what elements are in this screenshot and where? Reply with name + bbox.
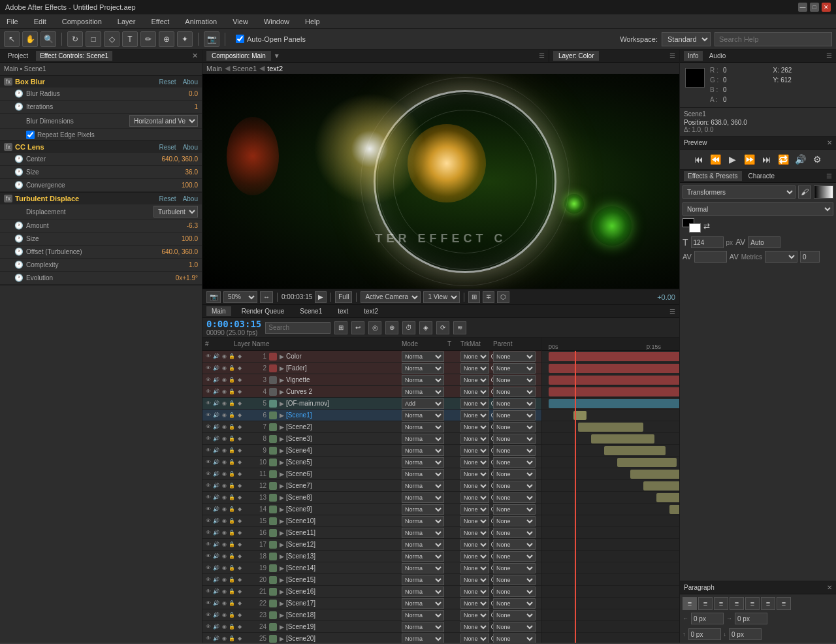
size-2-value[interactable]: 100.0: [182, 235, 198, 242]
layer-trk-select[interactable]: None: [460, 434, 489, 444]
layer-mode-select[interactable]: NormaAdd: [402, 481, 444, 491]
visibility-icon[interactable]: 👁: [205, 412, 212, 419]
timeline-search[interactable]: [265, 322, 330, 334]
layer-trk-select[interactable]: None: [460, 504, 489, 515]
lock-icon[interactable]: 🔒: [229, 400, 235, 407]
viewport[interactable]: TER EFFECT C: [202, 74, 679, 289]
layer-expand[interactable]: ▶: [280, 389, 286, 395]
font-size-input[interactable]: [691, 236, 724, 248]
solo-icon[interactable]: ◉: [221, 471, 227, 477]
tl-btn-5[interactable]: ⏱: [402, 321, 415, 334]
tab-character[interactable]: Characte: [745, 171, 779, 181]
layer-mode-select[interactable]: NormaAdd: [402, 363, 444, 374]
layer-expand[interactable]: ▶: [280, 353, 286, 360]
layer-row[interactable]: 👁 🔊 ◉ 🔒 ◆ 11 ▶ [Scene6] NormaAdd None ⊙ …: [202, 468, 541, 480]
lock-icon[interactable]: 🔒: [229, 377, 235, 383]
solo-icon[interactable]: ◉: [221, 553, 227, 560]
layer-row[interactable]: 👁 🔊 ◉ 🔒 ◆ 6 ▶ [Scene1] NormaAdd None ⊙ N…: [202, 410, 541, 421]
layer-trk-select[interactable]: None: [460, 563, 489, 573]
kerning-input[interactable]: [748, 236, 780, 248]
layer-mode-select[interactable]: NormaAdd: [402, 622, 444, 632]
preview-close[interactable]: ✕: [827, 139, 832, 146]
vt-grid[interactable]: ⊞: [468, 291, 480, 303]
layer-expand[interactable]: ▶: [280, 459, 286, 466]
swap-colors-button[interactable]: ⇄: [703, 221, 710, 231]
tool-text[interactable]: T: [122, 31, 138, 47]
box-blur-about[interactable]: Abou: [183, 78, 198, 86]
tl-tab-main[interactable]: Main: [206, 306, 231, 316]
tool-puppet[interactable]: ✦: [177, 31, 193, 47]
blur-dimensions-select[interactable]: Horizontal and Ve: [129, 115, 198, 127]
lock-icon[interactable]: 🔒: [229, 494, 235, 501]
lock-icon[interactable]: 🔒: [229, 412, 235, 419]
turbulent-about[interactable]: Abou: [183, 195, 198, 202]
audio-icon[interactable]: 🔊: [213, 400, 219, 407]
close-button[interactable]: ✕: [822, 3, 831, 12]
effect-box-blur-title[interactable]: fx Box Blur Reset Abou: [0, 76, 202, 88]
blur-radius-value[interactable]: 0.0: [189, 90, 198, 97]
amount-value[interactable]: -6.3: [187, 222, 198, 229]
layer-row[interactable]: 👁 🔊 ◉ 🔒 ◆ 16 ▶ [Scene11] NormaAdd None ⊙…: [202, 527, 541, 539]
tool-camera[interactable]: 📷: [204, 31, 219, 47]
layer-trk-select[interactable]: None: [460, 492, 489, 503]
solo-icon[interactable]: ◉: [221, 518, 227, 524]
layer-parent-select[interactable]: None: [493, 351, 536, 362]
audio-icon[interactable]: 🔊: [213, 577, 219, 583]
lock-icon[interactable]: 🔒: [229, 389, 235, 395]
preview-to-end[interactable]: ⏭: [760, 152, 774, 167]
vt-view-select[interactable]: 1 View: [423, 291, 460, 303]
preview-step-back[interactable]: ⏪: [709, 152, 723, 167]
audio-icon[interactable]: 🔊: [213, 636, 219, 642]
layer-mode-select[interactable]: AddNormal: [402, 398, 444, 409]
collapse-icon[interactable]: ◆: [236, 353, 243, 360]
lock-icon[interactable]: 🔒: [229, 471, 235, 477]
current-timecode[interactable]: 0:00:03:15: [206, 319, 261, 329]
layer-row[interactable]: 👁 🔊 ◉ 🔒 ◆ 1 ▶ Color NormaAdd None ⊙ None…: [202, 351, 541, 362]
layer-row[interactable]: 👁 🔊 ◉ 🔒 ◆ 10 ▶ [Scene5] NormaAdd None ⊙ …: [202, 457, 541, 468]
solo-icon[interactable]: ◉: [221, 612, 227, 619]
tl-tab-render[interactable]: Render Queue: [236, 306, 290, 316]
layer-trk-select[interactable]: None: [460, 575, 489, 585]
workspace-select[interactable]: Standard: [662, 32, 711, 46]
search-input[interactable]: [715, 32, 832, 46]
solo-icon[interactable]: ◉: [221, 353, 227, 360]
layer-parent-select[interactable]: None: [493, 387, 536, 397]
solo-icon[interactable]: ◉: [221, 565, 227, 572]
layer-mode-select[interactable]: NormaAdd: [402, 587, 444, 597]
collapse-icon[interactable]: ◆: [236, 471, 243, 477]
lock-icon[interactable]: 🔒: [229, 612, 235, 619]
layer-mode-select[interactable]: NormaAdd: [402, 563, 444, 573]
layer-options[interactable]: ☰: [669, 52, 675, 59]
visibility-icon[interactable]: 👁: [205, 506, 212, 513]
solo-icon[interactable]: ◉: [221, 588, 227, 595]
lock-icon[interactable]: 🔒: [229, 565, 235, 572]
lock-icon[interactable]: 🔒: [229, 530, 235, 536]
evolution-value[interactable]: 0x+1.9°: [176, 274, 198, 282]
vt-fit[interactable]: ↔: [260, 291, 273, 303]
layer-expand[interactable]: ▶: [280, 471, 286, 477]
layer-mode-select[interactable]: NormaAdd: [402, 551, 444, 562]
visibility-icon[interactable]: 👁: [205, 518, 212, 524]
layer-expand[interactable]: ▶: [280, 577, 286, 583]
tab-audio[interactable]: Audio: [705, 51, 730, 61]
lock-icon[interactable]: 🔒: [229, 588, 235, 595]
leading-input[interactable]: [694, 251, 727, 263]
space-before-input[interactable]: [688, 628, 721, 640]
layer-parent-select[interactable]: None: [493, 410, 536, 421]
visibility-icon[interactable]: 👁: [205, 447, 212, 454]
solo-icon[interactable]: ◉: [221, 459, 227, 466]
layer-expand[interactable]: ▶: [280, 436, 286, 442]
layer-mode-select[interactable]: NormaAdd: [402, 422, 444, 432]
solo-icon[interactable]: ◉: [221, 447, 227, 454]
layer-parent-select[interactable]: None: [493, 528, 536, 538]
audio-icon[interactable]: 🔊: [213, 541, 219, 548]
tl-options[interactable]: ☰: [669, 308, 675, 315]
layer-row[interactable]: 👁 🔊 ◉ 🔒 ◆ 22 ▶ [Scene17] NormaAdd None ⊙…: [202, 598, 541, 609]
collapse-icon[interactable]: ◆: [236, 600, 243, 607]
layer-row[interactable]: 👁 🔊 ◉ 🔒 ◆ 17 ▶ [Scene12] NormaAdd None ⊙…: [202, 539, 541, 551]
layer-trk-select[interactable]: None: [460, 422, 489, 432]
layer-parent-select[interactable]: None: [493, 422, 536, 432]
layer-expand[interactable]: ▶: [280, 612, 286, 619]
layer-expand[interactable]: ▶: [280, 506, 286, 513]
menu-effect[interactable]: Effect: [147, 16, 173, 27]
